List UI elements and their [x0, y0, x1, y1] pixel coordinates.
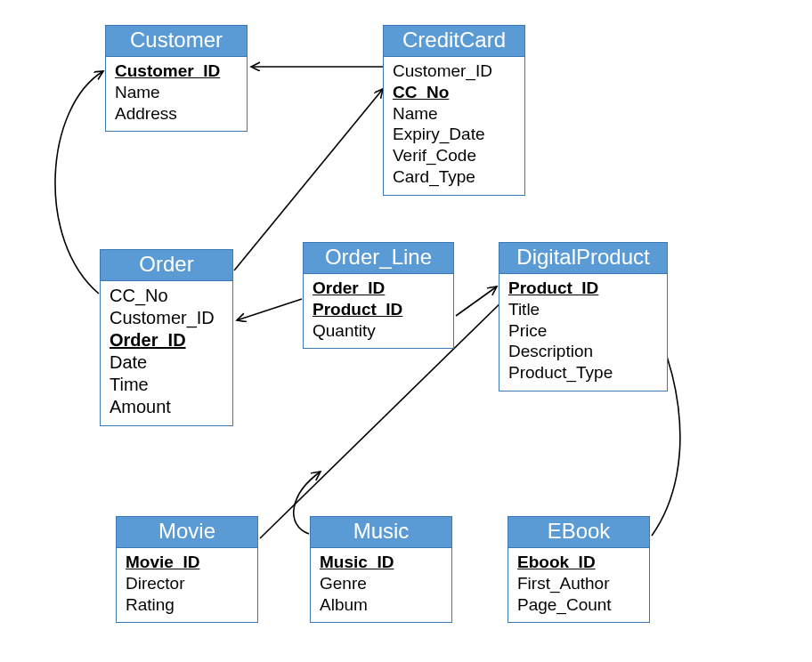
attr: Price: [508, 320, 658, 342]
entity-attrs: Music_ID Genre Album: [311, 548, 451, 622]
entity-title: CreditCard: [384, 26, 524, 57]
attr: Card_Type: [393, 166, 516, 188]
attr: Rating: [126, 594, 248, 616]
attr: Name: [393, 103, 516, 125]
entity-title: EBook: [508, 517, 649, 548]
attr: CC_No: [393, 82, 516, 103]
attr: Name: [115, 82, 238, 103]
entity-attrs: Order_ID Product_ID Quantity: [304, 274, 453, 348]
entity-title: Order_Line: [304, 243, 453, 274]
attr: Page_Count: [517, 594, 640, 616]
attr: Amount: [110, 396, 223, 418]
attr: Date: [110, 351, 223, 374]
er-diagram: Customer Customer_ID Name Address Credit…: [0, 0, 812, 662]
attr: Customer_ID: [110, 307, 223, 329]
entity-orderline: Order_Line Order_ID Product_ID Quantity: [303, 242, 454, 349]
entity-title: Movie: [117, 517, 257, 548]
entity-attrs: Ebook_ID First_Author Page_Count: [508, 548, 649, 622]
attr: Customer_ID: [115, 61, 238, 82]
entity-title: Music: [311, 517, 451, 548]
entity-title: Customer: [106, 26, 247, 57]
entity-attrs: Customer_ID CC_No Name Expiry_Date Verif…: [384, 57, 524, 195]
attr: Product_ID: [313, 299, 444, 320]
attr: Description: [508, 341, 658, 362]
entity-attrs: Customer_ID Name Address: [106, 57, 247, 131]
attr: Title: [508, 299, 658, 320]
attr: Movie_ID: [126, 552, 248, 573]
attr: Customer_ID: [393, 61, 516, 82]
attr: CC_No: [110, 285, 223, 307]
attr: First_Author: [517, 573, 640, 594]
attr: Product_ID: [508, 278, 658, 299]
attr: Ebook_ID: [517, 552, 640, 573]
attr: Album: [320, 594, 443, 616]
entity-customer: Customer Customer_ID Name Address: [105, 25, 248, 132]
attr: Genre: [320, 573, 443, 594]
attr: Verif_Code: [393, 145, 516, 166]
attr: Director: [126, 573, 248, 594]
entity-movie: Movie Movie_ID Director Rating: [116, 516, 258, 623]
attr: Product_Type: [508, 362, 658, 383]
attr: Time: [110, 374, 223, 396]
entity-attrs: Product_ID Title Price Description Produ…: [499, 274, 667, 391]
entity-attrs: CC_No Customer_ID Order_ID Date Time Amo…: [101, 281, 232, 425]
entity-music: Music Music_ID Genre Album: [310, 516, 452, 623]
entity-attrs: Movie_ID Director Rating: [117, 548, 257, 622]
entity-creditcard: CreditCard Customer_ID CC_No Name Expiry…: [383, 25, 525, 196]
attr: Quantity: [313, 320, 444, 342]
attr: Expiry_Date: [393, 124, 516, 145]
entity-order: Order CC_No Customer_ID Order_ID Date Ti…: [100, 249, 233, 426]
entity-digitalproduct: DigitalProduct Product_ID Title Price De…: [499, 242, 668, 392]
attr: Music_ID: [320, 552, 443, 573]
attr: Order_ID: [313, 278, 444, 299]
entity-ebook: EBook Ebook_ID First_Author Page_Count: [508, 516, 650, 623]
attr: Address: [115, 103, 238, 125]
attr: Order_ID: [110, 329, 223, 351]
entity-title: DigitalProduct: [499, 243, 667, 274]
entity-title: Order: [101, 250, 232, 281]
